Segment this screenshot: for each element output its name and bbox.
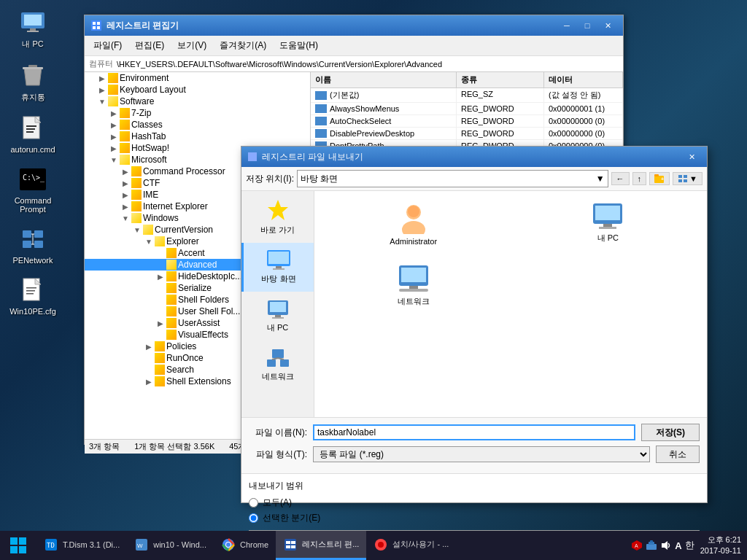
svg-rect-46: [267, 359, 276, 367]
svg-rect-7: [26, 125, 36, 127]
value-icon: [315, 117, 327, 125]
filename-input[interactable]: [313, 424, 635, 440]
status-left2: 1개 항목 선택함 3.56K: [134, 441, 214, 452]
svg-point-51: [402, 221, 425, 234]
export-file-mypc[interactable]: 내 PC: [516, 198, 700, 249]
taskbar-item-install[interactable]: 설치/사용기 - ...: [366, 531, 456, 560]
save-button[interactable]: 저장(S): [641, 424, 700, 441]
administrator-icon: [398, 202, 430, 234]
export-file-administrator[interactable]: Administrator: [322, 198, 506, 249]
desktop-icon-cmd[interactable]: C:\>_ Command Prompt: [7, 165, 58, 214]
export-titlebar: 레지스트리 파일 내보내기 ✕: [241, 147, 707, 167]
system-clock[interactable]: 오후 6:21 2017-09-11: [700, 534, 741, 557]
export-title-text: 레지스트리 파일 내보내기: [262, 151, 363, 163]
taskbar-item-tdism[interactable]: TD T.Dism 3.1 (Di...: [36, 531, 127, 560]
file-label: 내 PC: [597, 233, 619, 244]
tree-item-keyboardlayout[interactable]: ▶ Keyboard Layout: [85, 84, 310, 96]
newfolder-icon: +: [654, 174, 665, 183]
taskbar-item-chrome[interactable]: Chrome: [214, 531, 276, 560]
export-toolbar: 저장 위치(I): 바탕 화면 ▼ ← ↑ +: [241, 167, 707, 191]
col-header-type: 종류: [457, 72, 544, 88]
desktop-icon-recycle[interactable]: 휴지통: [7, 61, 58, 103]
svg-rect-56: [599, 227, 616, 229]
desktop-icon-autorun[interactable]: autorun.cmd: [7, 114, 58, 154]
svg-rect-30: [654, 174, 659, 176]
svg-text:A: A: [635, 543, 638, 548]
registry-minimize-button[interactable]: ─: [557, 19, 576, 32]
folder-icon: [131, 166, 142, 176]
range-all-radio[interactable]: [249, 498, 258, 508]
value-row-default[interactable]: (기본값) REG_SZ (값 설정 안 됨): [311, 88, 623, 103]
cancel-button[interactable]: 취소: [656, 446, 700, 463]
ime-indicator[interactable]: A: [675, 540, 681, 551]
svg-rect-3: [27, 31, 39, 32]
tree-label: Software: [120, 96, 154, 106]
nav-item-desktop[interactable]: 바탕 화면: [241, 243, 314, 292]
svg-rect-60: [399, 289, 428, 292]
expand-icon: ▼: [108, 156, 120, 164]
toolbar-up-button[interactable]: ↑: [632, 172, 647, 185]
value-row-autocheckselect[interactable]: AutoCheckSelect REG_DWORD 0x00000000 (0): [311, 115, 623, 128]
desktop: 내 PC 휴지통: [0, 0, 747, 560]
expand-icon: ▶: [120, 203, 131, 211]
toolbar-newfolder-button[interactable]: +: [649, 172, 670, 185]
taskbar-item-registry[interactable]: 레지스트리 편...: [276, 531, 366, 560]
menu-favorites[interactable]: 즐겨찾기(A): [214, 37, 272, 54]
tree-item-hashtab[interactable]: ▶ HashTab: [85, 131, 310, 142]
menu-file[interactable]: 파일(F): [88, 37, 128, 54]
tree-item-classes[interactable]: ▶ Classes: [85, 119, 310, 131]
tree-label: HideDesktopIc...: [178, 271, 242, 281]
svg-rect-54: [595, 206, 620, 220]
svg-rect-73: [286, 541, 290, 544]
location-combo[interactable]: 바탕 화면 ▼: [297, 170, 608, 187]
folder-icon: [155, 376, 165, 386]
han-indicator[interactable]: 한: [685, 539, 694, 552]
registry-close-button[interactable]: ✕: [598, 19, 617, 32]
filetype-select[interactable]: 등록 파일 (*.reg): [313, 446, 650, 462]
value-row-disablepreview[interactable]: DisablePreviewDesktop REG_DWORD 0x000000…: [311, 128, 623, 140]
range-selected-radio[interactable]: [249, 513, 258, 523]
svg-rect-39: [276, 266, 282, 268]
filetype-row: 파일 형식(T): 등록 파일 (*.reg) 취소: [249, 446, 700, 463]
range-title: 내보내기 범위: [249, 480, 700, 492]
svg-rect-28: [248, 152, 257, 161]
expand-icon: ▼: [120, 214, 131, 222]
my-pc-file-icon: [592, 202, 624, 230]
tree-item-environment[interactable]: ▶ Environment: [85, 72, 310, 84]
taskbar-right: A A 한 오후 6:21 2017: [625, 534, 747, 557]
export-close-button[interactable]: ✕: [682, 150, 701, 163]
menu-help[interactable]: 도움말(H): [274, 37, 324, 54]
menu-view[interactable]: 보기(V): [171, 37, 212, 54]
start-button[interactable]: [0, 531, 36, 560]
network-nav-icon: [266, 348, 290, 368]
value-data: 0x00000000 (0): [544, 128, 623, 139]
tree-label: Command Processor: [143, 166, 225, 176]
value-data: (값 설정 안 됨): [544, 88, 623, 102]
export-file-network[interactable]: 네트워크: [322, 260, 506, 311]
value-data: 0x00000001 (1): [544, 103, 623, 114]
tree-label: Shell Extensions: [166, 376, 231, 386]
svg-point-52: [408, 206, 419, 217]
nav-item-recent[interactable]: 바로 가기: [241, 191, 314, 243]
autorun-icon: [18, 114, 47, 143]
toolbar-back-button[interactable]: ←: [611, 172, 630, 185]
toolbar-view-button[interactable]: ▼: [673, 172, 703, 185]
address-computer-label: 컴퓨터: [89, 58, 113, 69]
desktop-icon-mypc[interactable]: 내 PC: [7, 7, 58, 50]
svg-rect-72: [285, 539, 296, 551]
menu-edit[interactable]: 편집(E): [129, 37, 170, 54]
penetwork-label: PENetwork: [12, 256, 53, 265]
taskbar-item-win10[interactable]: W win10 - Wind...: [127, 531, 214, 560]
nav-item-mypc[interactable]: 내 PC: [241, 292, 314, 341]
nav-item-network[interactable]: 네트워크: [241, 341, 314, 389]
folder-open-icon: [155, 236, 165, 246]
value-row-alwaysshowmenus[interactable]: AlwaysShowMenus REG_DWORD 0x00000001 (1): [311, 103, 623, 115]
desktop-icon-penetwork[interactable]: PENetwork: [7, 225, 58, 265]
svg-rect-5: [23, 67, 43, 69]
desktop-icon-win10cfg[interactable]: Win10PE.cfg: [7, 276, 58, 316]
svg-rect-38: [268, 252, 289, 264]
tree-item-software[interactable]: ▼ Software: [85, 96, 310, 107]
win10-icon: W: [134, 537, 149, 552]
registry-maximize-button[interactable]: □: [578, 19, 597, 32]
tree-item-7zip[interactable]: ▶ 7-Zip: [85, 107, 310, 119]
